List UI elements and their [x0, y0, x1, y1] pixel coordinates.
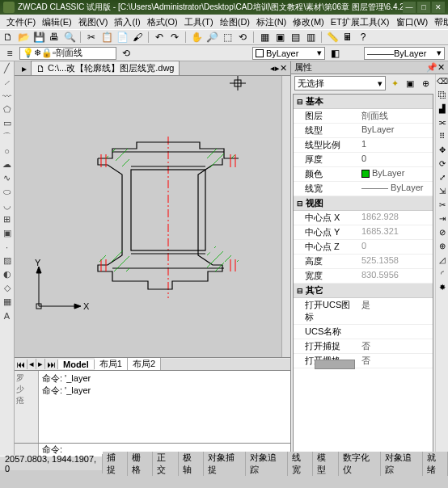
move-icon[interactable]: ✥ — [436, 143, 448, 157]
copy-icon[interactable]: 📋 — [100, 31, 113, 44]
xline-icon[interactable]: ⟋ — [0, 75, 14, 89]
menu-et[interactable]: ET扩展工具(X) — [328, 16, 393, 28]
ellipsearc-icon[interactable]: ◡ — [0, 199, 14, 212]
pline-icon[interactable]: 〰 — [0, 89, 14, 103]
chamfer-icon[interactable]: ◿ — [436, 253, 448, 267]
print-icon[interactable]: 🖶 — [48, 31, 61, 44]
paste-icon[interactable]: 📄 — [116, 31, 129, 44]
menu-tools[interactable]: 工具(T) — [181, 16, 217, 28]
undo-icon[interactable]: ↶ — [153, 31, 166, 44]
trim-icon[interactable]: ✂ — [436, 198, 448, 212]
offset-icon[interactable]: ⫘ — [436, 116, 448, 129]
linetype-combo[interactable]: ——— ByLayer▾ — [364, 47, 445, 60]
polygon-icon[interactable]: ⬠ — [0, 103, 14, 116]
rect-icon[interactable]: ▭ — [0, 116, 14, 130]
select-icon[interactable]: ▣ — [404, 77, 416, 90]
hatch-icon[interactable]: ▨ — [0, 254, 14, 267]
status-tablet[interactable]: 数字化仪 — [339, 452, 381, 476]
explode-icon[interactable]: ✸ — [436, 280, 448, 294]
status-snap[interactable]: 捕捉 — [103, 452, 128, 476]
property-row[interactable]: 线型ByLayer — [294, 124, 433, 138]
spline-icon[interactable]: ∿ — [0, 171, 14, 185]
menu-modify[interactable]: 修改(M) — [290, 16, 328, 28]
horizontal-scrollbar[interactable] — [161, 359, 290, 370]
status-otrack2[interactable]: 对象追踪 — [381, 452, 423, 476]
property-row[interactable]: 图层剖面线 — [294, 109, 433, 124]
revcloud-icon[interactable]: ☁ — [0, 158, 14, 171]
tab-layout2[interactable]: 布局2 — [128, 358, 161, 370]
property-row[interactable]: UCS名称 — [294, 325, 433, 339]
zoom-icon[interactable]: 🔎 — [205, 31, 218, 44]
property-row[interactable]: 厚度0 — [294, 153, 433, 167]
property-category[interactable]: 视图 — [294, 196, 433, 211]
ellipse-icon[interactable]: ⬭ — [0, 185, 14, 199]
minimize-button[interactable]: — — [403, 2, 416, 13]
fillet-icon[interactable]: ◜ — [436, 267, 448, 280]
rotate-icon[interactable]: ⟳ — [436, 157, 448, 170]
property-row[interactable]: 线宽——— ByLayer — [294, 182, 433, 196]
copy2-icon[interactable]: ⿻ — [436, 88, 448, 102]
property-row[interactable]: 打开捕捉否 — [294, 339, 433, 354]
tab-menu-icon[interactable]: ▸ — [18, 62, 31, 75]
menu-draw[interactable]: 绘图(D) — [217, 16, 253, 28]
tab-model[interactable]: Model — [58, 360, 95, 369]
layer-prev-icon[interactable]: ⟲ — [120, 47, 133, 60]
tb-icon-2[interactable]: ▣ — [273, 31, 286, 44]
pickadd-icon[interactable]: ⊕ — [419, 77, 432, 90]
break-icon[interactable]: ⊘ — [436, 225, 448, 239]
open-icon[interactable]: 📂 — [17, 31, 30, 44]
block-icon[interactable]: ▣ — [0, 226, 14, 240]
point-icon[interactable]: · — [0, 240, 14, 254]
property-row[interactable]: 颜色ByLayer — [294, 167, 433, 182]
menu-format[interactable]: 格式(O) — [144, 16, 181, 28]
cut-icon[interactable]: ✂ — [85, 31, 98, 44]
menu-insert[interactable]: 插入(I) — [111, 16, 143, 28]
layer-manager-icon[interactable]: ≡ — [3, 47, 16, 60]
join-icon[interactable]: ⊕ — [436, 239, 448, 253]
property-row[interactable]: 打开UCS图标是 — [294, 298, 433, 325]
panel-close-icon[interactable]: ✕ — [437, 62, 445, 73]
maximize-button[interactable]: □ — [417, 2, 430, 13]
calc-icon[interactable]: 🖩 — [341, 31, 354, 44]
insert-icon[interactable]: ⊞ — [0, 212, 14, 226]
mirror-icon[interactable]: ▟ — [436, 102, 448, 116]
property-category[interactable]: 其它 — [294, 284, 433, 298]
color-icon[interactable]: ◧ — [328, 47, 341, 60]
document-tab[interactable]: 🗋C:\...改【轮廓线】图层线宽.dwg — [31, 61, 180, 76]
preview-icon[interactable]: 🔍 — [63, 31, 76, 44]
extend-icon[interactable]: ⇥ — [436, 212, 448, 225]
tb-icon-4[interactable]: ▥ — [304, 31, 317, 44]
status-ortho[interactable]: 正交 — [153, 452, 178, 476]
zoom-window-icon[interactable]: ⬚ — [221, 31, 234, 44]
region-icon[interactable]: ◇ — [0, 281, 14, 295]
erase-icon[interactable]: ⌫ — [436, 74, 448, 88]
property-row[interactable]: 中心点 Y1685.321 — [294, 225, 433, 240]
tb-icon-1[interactable]: ▦ — [258, 31, 271, 44]
tab-close-icon[interactable]: ✕ — [280, 63, 287, 74]
status-grid[interactable]: 栅格 — [128, 452, 153, 476]
status-model[interactable]: 模型 — [313, 452, 338, 476]
menu-dim[interactable]: 标注(N) — [253, 16, 290, 28]
redo-icon[interactable]: ↷ — [168, 31, 181, 44]
vertical-scrollbar[interactable] — [281, 76, 290, 357]
status-osnap[interactable]: 对象捕捉 — [204, 452, 246, 476]
table-icon[interactable]: ▦ — [0, 295, 14, 309]
quickselect-icon[interactable]: ✦ — [388, 77, 401, 90]
menu-view[interactable]: 视图(V) — [75, 16, 112, 28]
drawing-canvas[interactable]: Y X — [15, 76, 281, 357]
pan-icon[interactable]: ✋ — [190, 31, 203, 44]
gradient-icon[interactable]: ◐ — [0, 267, 14, 281]
property-row[interactable]: 高度525.1358 — [294, 255, 433, 269]
property-row[interactable]: 中心点 Z0 — [294, 240, 433, 255]
matchprop-icon[interactable]: 🖌 — [131, 31, 144, 44]
close-button[interactable]: ✕ — [432, 2, 445, 13]
line-icon[interactable]: ╱ — [0, 61, 14, 75]
property-row[interactable]: 线型比例1 — [294, 138, 433, 153]
menu-edit[interactable]: 编辑(E) — [39, 16, 75, 28]
property-row[interactable]: 中心点 X1862.928 — [294, 211, 433, 225]
tab-layout1[interactable]: 布局1 — [95, 358, 128, 370]
stretch-icon[interactable]: ⇲ — [436, 184, 448, 198]
property-row[interactable]: 宽度830.5956 — [294, 269, 433, 284]
status-lwt[interactable]: 线宽 — [288, 452, 313, 476]
property-category[interactable]: 基本 — [294, 95, 433, 109]
